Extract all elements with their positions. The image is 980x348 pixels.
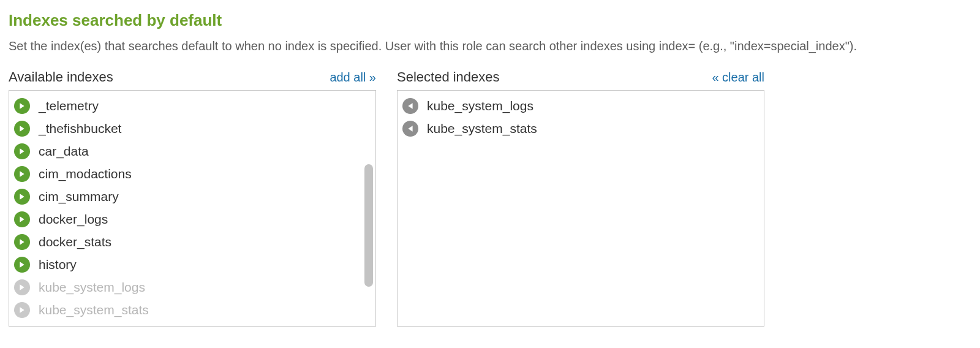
remove-icon — [402, 98, 418, 114]
add-icon — [14, 143, 30, 159]
available-item-label: cim_modactions — [39, 167, 132, 181]
add-icon — [14, 166, 30, 182]
selected-column-header: Selected indexes « clear all — [397, 69, 764, 85]
dual-list-selector: Available indexes add all » _telemetry_t… — [9, 69, 971, 327]
available-item-label: cim_summary — [39, 189, 119, 204]
selected-title: Selected indexes — [397, 69, 500, 85]
section-title: Indexes searched by default — [9, 11, 971, 30]
available-item: kube_system_stats — [14, 298, 375, 321]
selected-item[interactable]: kube_system_stats — [402, 117, 764, 140]
available-item-label: _telemetry — [39, 99, 99, 113]
available-item-label: docker_stats — [39, 235, 111, 249]
available-item-label: kube_system_logs — [39, 280, 145, 295]
add-icon — [14, 257, 30, 273]
add-icon-disabled — [14, 302, 30, 318]
selected-listbox[interactable]: kube_system_logskube_system_stats — [397, 90, 764, 327]
available-item[interactable]: cim_modactions — [14, 162, 375, 185]
available-item[interactable]: docker_logs — [14, 208, 375, 230]
available-column-header: Available indexes add all » — [9, 69, 376, 85]
selected-column: Selected indexes « clear all kube_system… — [397, 69, 764, 327]
add-icon — [14, 121, 30, 137]
available-item-label: history — [39, 257, 77, 272]
add-icon — [14, 211, 30, 227]
available-item[interactable]: _thefishbucket — [14, 117, 375, 140]
add-icon-disabled — [14, 279, 30, 295]
selected-item[interactable]: kube_system_logs — [402, 94, 764, 117]
add-icon — [14, 234, 30, 250]
available-item[interactable]: cim_summary — [14, 185, 375, 208]
available-item-label: car_data — [39, 144, 89, 159]
selected-item-label: kube_system_stats — [427, 121, 537, 136]
available-item[interactable]: history — [14, 253, 375, 276]
available-item-label: _thefishbucket — [39, 121, 121, 136]
scrollbar-thumb[interactable] — [364, 164, 373, 287]
available-item: kube_system_logs — [14, 276, 375, 298]
available-item[interactable]: car_data — [14, 140, 375, 162]
available-title: Available indexes — [9, 69, 113, 85]
selected-item-label: kube_system_logs — [427, 99, 533, 113]
available-item-label: kube_system_stats — [39, 303, 149, 317]
available-column: Available indexes add all » _telemetry_t… — [9, 69, 376, 327]
add-all-link[interactable]: add all » — [330, 70, 376, 85]
clear-all-link[interactable]: « clear all — [712, 70, 764, 85]
available-item[interactable]: docker_stats — [14, 230, 375, 253]
available-item-label: docker_logs — [39, 212, 108, 227]
available-item[interactable]: _telemetry — [14, 94, 375, 117]
section-description: Set the index(es) that searches default … — [9, 37, 971, 55]
available-listbox[interactable]: _telemetry_thefishbucketcar_datacim_moda… — [9, 90, 376, 327]
add-icon — [14, 189, 30, 205]
remove-icon — [402, 121, 418, 137]
add-icon — [14, 98, 30, 114]
